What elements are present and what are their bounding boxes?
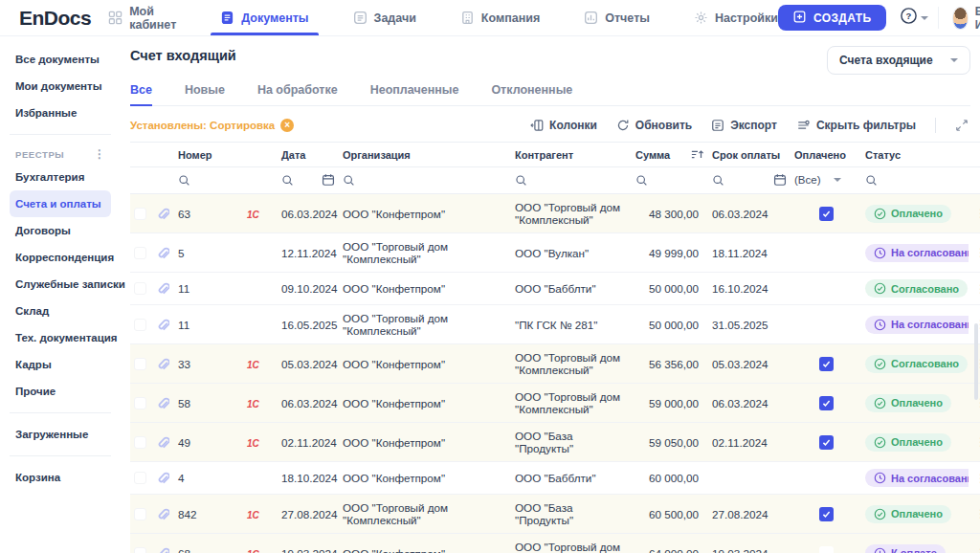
row-menu-icon[interactable]: ⋮	[969, 534, 980, 553]
refresh-button[interactable]: Обновить	[616, 119, 692, 132]
date-cell: 16.05.2025	[278, 305, 339, 344]
nav-item-document[interactable]: Документы	[220, 0, 308, 35]
row-menu-icon[interactable]: ⋮	[969, 462, 980, 495]
search-icon	[281, 174, 294, 187]
column-header-amount[interactable]: Сумма	[635, 149, 670, 161]
row-select-checkbox[interactable]	[134, 397, 146, 409]
table-row[interactable]: 681С19.03.2024ООО "Конфетпром"ООО "Торго…	[130, 534, 980, 553]
row-select-checkbox[interactable]	[134, 436, 146, 449]
sidebar-item[interactable]: Служебные записки	[10, 271, 111, 298]
status-badge: На согласовании	[865, 469, 969, 487]
sidebar-item[interactable]: Прочие	[10, 378, 111, 405]
column-header-number[interactable]: Номер	[174, 143, 243, 167]
sidebar-item[interactable]: Тех. документация	[10, 324, 111, 351]
nav-item-settings[interactable]: Настройки	[694, 0, 778, 35]
tab-все[interactable]: Все	[130, 83, 152, 105]
sidebar-item[interactable]: Мои документы	[10, 73, 111, 100]
sort-ascending-icon[interactable]	[691, 148, 704, 161]
help-menu[interactable]: ?	[900, 7, 939, 29]
organization-filter-input[interactable]	[339, 167, 511, 194]
date-filter-input[interactable]	[278, 167, 339, 194]
row-select-checkbox[interactable]	[134, 547, 146, 553]
paid-filter-select[interactable]: (Все)	[791, 167, 861, 194]
endocs-logo[interactable]: EnDocs	[19, 7, 91, 30]
row-select-checkbox[interactable]	[134, 472, 146, 484]
nav-item-reports[interactable]: Отчеты	[584, 0, 650, 35]
sidebar-item[interactable]: Договоры	[10, 217, 111, 244]
columns-button[interactable]: Колонки	[530, 119, 597, 132]
sidebar-item[interactable]: Склад	[10, 298, 111, 324]
paid-checkbox[interactable]	[819, 396, 834, 410]
sidebar-item[interactable]: Корреспонденция	[10, 244, 111, 271]
table-row[interactable]: 631С06.03.2024ООО "Конфетпром"ООО "Торго…	[130, 194, 980, 233]
row-menu-icon[interactable]: ⋮	[969, 273, 980, 305]
sidebar-item[interactable]: Все документы	[10, 46, 111, 73]
status-filter-input[interactable]	[861, 167, 969, 194]
row-menu-icon[interactable]: ⋮	[969, 423, 980, 462]
sidebar-item[interactable]: Кадры	[10, 351, 111, 378]
due-date-filter-input[interactable]	[708, 167, 791, 194]
paid-checkbox[interactable]	[819, 546, 834, 553]
tab-новые[interactable]: Новые	[185, 83, 225, 105]
column-header-due-date[interactable]: Срок оплаты	[708, 143, 791, 167]
clear-filters-icon[interactable]: ×	[280, 119, 294, 132]
table-row[interactable]: 1116.05.2025ООО "Торговый дом "Комплексн…	[130, 305, 980, 344]
column-header-organization[interactable]: Организация	[339, 143, 511, 167]
contractor-filter-input[interactable]	[511, 167, 632, 194]
sidebar-item[interactable]: Счета и оплаты	[10, 190, 111, 217]
nav-item-company[interactable]: Компания	[460, 0, 540, 35]
row-menu-icon[interactable]: ⋮	[969, 194, 980, 233]
column-header-contractor[interactable]: Контрагент	[511, 143, 632, 167]
column-header-date[interactable]: Дата	[278, 143, 339, 167]
tab-на-обработке[interactable]: На обработке	[257, 83, 338, 105]
paid-checkbox[interactable]	[819, 281, 834, 296]
nav-item-tasks[interactable]: Задачи	[353, 0, 416, 35]
vertical-scrollbar[interactable]	[974, 323, 978, 400]
table-row[interactable]: 581С06.03.2024ООО "Конфетпром"ООО "Торго…	[130, 384, 980, 423]
sidebar-item[interactable]: Бухгалтерия	[10, 164, 111, 190]
table-row[interactable]: 512.11.2024ООО "Торговый дом "Комплексны…	[130, 233, 980, 273]
calendar-icon[interactable]	[322, 173, 335, 187]
row-select-checkbox[interactable]	[134, 282, 146, 295]
create-button[interactable]: СОЗДАТЬ	[778, 5, 887, 31]
row-select-checkbox[interactable]	[134, 247, 146, 259]
paid-checkbox[interactable]	[819, 318, 834, 332]
expand-icon[interactable]	[955, 119, 970, 132]
document-type-select[interactable]: Счета входящие	[827, 46, 970, 75]
table-row[interactable]: 8421С27.08.2024ООО "Торговый дом "Компле…	[130, 495, 980, 534]
row-select-checkbox[interactable]	[134, 358, 146, 370]
nav-item-grid[interactable]: Мой кабинет	[108, 0, 176, 35]
paid-checkbox[interactable]	[819, 357, 834, 371]
table-row[interactable]: 491С02.11.2024ООО "Конфетпром"ООО "База …	[130, 423, 980, 462]
sidebar-item[interactable]: Загруженные	[10, 421, 111, 448]
paid-checkbox[interactable]	[819, 507, 834, 521]
sidebar-item[interactable]: Избранные	[10, 100, 111, 126]
contractor-cell: ООО "Бабблти"	[511, 462, 632, 495]
kebab-menu-icon[interactable]: ⋮	[94, 148, 105, 160]
export-button[interactable]: Экспорт	[711, 119, 777, 132]
row-select-checkbox[interactable]	[134, 319, 146, 331]
calendar-icon[interactable]	[773, 173, 787, 187]
sidebar-item[interactable]: Корзина	[10, 464, 111, 491]
tab-неоплаченные[interactable]: Неоплаченные	[370, 83, 459, 105]
user-menu[interactable]: Булатов Игорь	[952, 5, 980, 32]
status-badge: Оплачено	[865, 394, 951, 412]
paid-checkbox[interactable]	[819, 435, 834, 450]
number-filter-input[interactable]	[174, 167, 243, 194]
column-header-status[interactable]: Статус	[861, 143, 969, 167]
paid-checkbox[interactable]	[819, 246, 834, 260]
amount-filter-input[interactable]	[632, 167, 708, 194]
row-menu-icon[interactable]: ⋮	[969, 495, 980, 534]
paid-checkbox[interactable]	[819, 207, 834, 221]
paid-checkbox[interactable]	[819, 471, 834, 485]
column-header-paid[interactable]: Оплачено	[791, 143, 861, 167]
table-row[interactable]: 1109.10.2024ООО "Конфетпром"ООО "Бабблти…	[130, 273, 980, 305]
table-row[interactable]: 418.10.2024ООО "Конфетпром"ООО "Бабблти"…	[130, 462, 980, 495]
row-select-checkbox[interactable]	[134, 508, 146, 520]
hide-filters-button[interactable]: Скрыть фильтры	[796, 119, 916, 132]
table-row[interactable]: 331С05.03.2024ООО "Конфетпром"ООО "Торго…	[130, 344, 980, 384]
tab-отклоненные[interactable]: Отклоненные	[491, 83, 572, 105]
row-select-checkbox[interactable]	[134, 208, 146, 220]
row-menu-icon[interactable]: ⋮	[969, 233, 980, 273]
status-badge: К оплате	[865, 544, 946, 553]
